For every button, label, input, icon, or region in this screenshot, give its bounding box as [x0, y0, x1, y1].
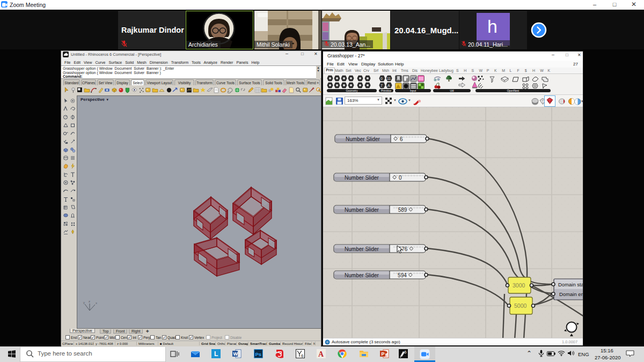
svg-text:7: 7	[380, 84, 383, 87]
svg-text:0: 0	[399, 175, 402, 181]
svg-text:6: 6	[301, 353, 304, 358]
svg-text:594: 594	[398, 272, 407, 278]
svg-text:3000: 3000	[513, 282, 525, 289]
svg-text:W: W	[233, 351, 238, 357]
svg-text:Ps: Ps	[255, 351, 262, 357]
svg-text:A: A	[318, 350, 324, 358]
svg-text:Domain star: Domain star	[558, 282, 583, 287]
svg-text:0: 0	[380, 77, 383, 80]
svg-text:L: L	[214, 350, 218, 358]
svg-text:P: P	[382, 351, 385, 357]
svg-text:x: x	[96, 301, 97, 305]
svg-text:z: z	[89, 300, 90, 303]
svg-text:Number Slider: Number Slider	[345, 175, 379, 181]
svg-text:Number Slider: Number Slider	[345, 207, 379, 213]
svg-text:11: 11	[387, 77, 391, 80]
svg-text:Number Slider: Number Slider	[346, 136, 380, 142]
svg-text:6: 6	[404, 350, 407, 354]
svg-text:y: y	[83, 301, 85, 304]
svg-text:A: A	[387, 84, 390, 87]
svg-text:Number Slider: Number Slider	[345, 246, 379, 252]
svg-text:Domain end: Domain end	[559, 291, 583, 297]
svg-text:589: 589	[398, 207, 407, 213]
svg-text:6: 6	[400, 136, 403, 142]
svg-text:5000: 5000	[514, 302, 527, 309]
svg-text:Number Slider: Number Slider	[345, 272, 379, 278]
